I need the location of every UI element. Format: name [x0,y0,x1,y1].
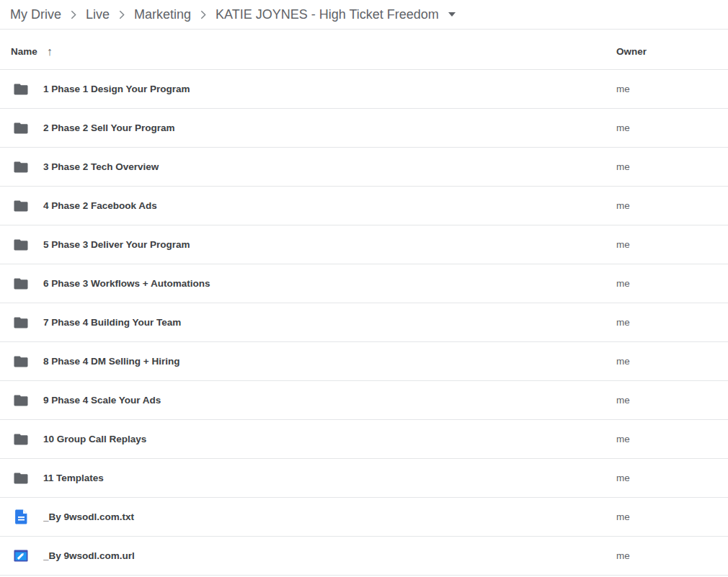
file-row[interactable]: 8 Phase 4 DM Selling + Hiring me [0,342,728,381]
file-row[interactable]: 6 Phase 3 Workflows + Automations me [0,264,728,303]
file-owner: me [616,200,728,211]
folder-dropdown-caret-icon[interactable] [448,12,456,17]
file-owner: me [616,511,728,522]
file-row[interactable]: _By 9wsodl.com.txt me [0,498,728,537]
breadcrumb-item[interactable]: Marketing [134,7,191,22]
folder-icon [12,392,30,409]
file-name: 5 Phase 3 Deliver Your Program [43,239,616,250]
file-row[interactable]: 1 Phase 1 Design Your Program me [0,70,728,109]
list-header: Name ↑ Owner [0,30,728,70]
file-owner: me [616,239,728,250]
drive-folder-view: My Drive Live Marketing KATIE JOYNES - H… [0,0,728,576]
file-row[interactable]: _By 9wsodl.com.url me [0,537,728,576]
breadcrumb-nav: My Drive Live Marketing KATIE JOYNES - H… [10,7,456,22]
file-owner: me [616,317,728,328]
file-name: 4 Phase 2 Facebook Ads [43,200,616,211]
file-owner: me [616,122,728,133]
chevron-right-icon [119,10,125,19]
file-owner: me [616,434,728,444]
name-column-header[interactable]: Name ↑ [11,45,616,58]
breadcrumb-item[interactable]: KATIE JOYNES - High Ticket Freedom [216,7,439,22]
folder-icon [12,431,30,448]
file-name: 8 Phase 4 DM Selling + Hiring [43,356,616,367]
file-row[interactable]: 2 Phase 2 Sell Your Program me [0,109,728,148]
breadcrumb: My Drive Live Marketing KATIE JOYNES - H… [0,0,728,30]
file-name: _By 9wsodl.com.txt [43,511,616,522]
chevron-right-icon [71,10,76,19]
file-row[interactable]: 4 Phase 2 Facebook Ads me [0,187,728,225]
folder-icon [12,314,30,331]
file-owner: me [616,395,728,406]
folder-icon [12,275,30,292]
breadcrumb-item[interactable]: Live [86,7,110,22]
folder-icon [12,353,30,370]
file-name: 1 Phase 1 Design Your Program [43,84,616,94]
file-name: 10 Group Call Replays [43,434,616,444]
file-owner: me [616,84,728,94]
sort-ascending-icon[interactable]: ↑ [47,45,53,58]
file-name: 9 Phase 4 Scale Your Ads [43,395,616,406]
folder-icon [12,197,30,215]
folder-icon [12,236,30,254]
file-row[interactable]: 10 Group Call Replays me [0,420,728,459]
folder-icon [12,158,30,176]
text-file-icon [15,509,27,524]
file-name: 11 Templates [43,473,616,483]
file-row[interactable]: 5 Phase 3 Deliver Your Program me [0,225,728,264]
file-name: _By 9wsodl.com.url [43,550,616,561]
file-list: 1 Phase 1 Design Your Program me 2 Phase… [0,70,728,576]
file-owner: me [616,356,728,367]
file-name: 7 Phase 4 Building Your Team [43,317,616,328]
file-row[interactable]: 7 Phase 4 Building Your Team me [0,303,728,342]
folder-icon [12,120,30,137]
folder-icon [12,470,30,487]
file-owner: me [616,161,728,172]
file-name: 2 Phase 2 Sell Your Program [43,122,616,133]
url-shortcut-icon [14,550,28,562]
name-column-label: Name [11,46,37,57]
breadcrumb-item[interactable]: My Drive [10,7,61,22]
file-row[interactable]: 9 Phase 4 Scale Your Ads me [0,381,728,420]
file-row[interactable]: 3 Phase 2 Tech Overview me [0,148,728,187]
file-owner: me [616,473,728,483]
file-name: 3 Phase 2 Tech Overview [43,161,616,172]
file-owner: me [616,550,728,561]
file-name: 6 Phase 3 Workflows + Automations [43,278,616,289]
file-row[interactable]: 11 Templates me [0,459,728,498]
file-owner: me [616,278,728,289]
chevron-right-icon [200,10,206,19]
owner-column-header[interactable]: Owner [616,46,728,57]
folder-icon [12,81,30,98]
